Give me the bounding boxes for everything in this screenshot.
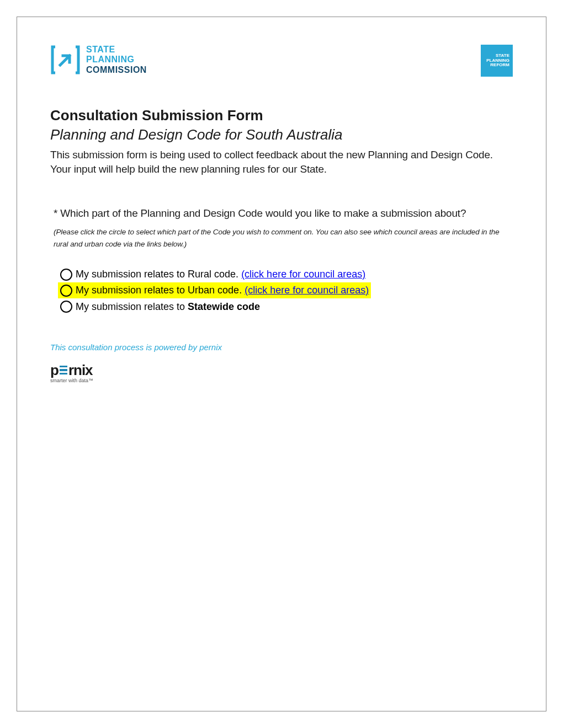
- question-block: * Which part of the Planning and Design …: [50, 206, 513, 250]
- question-hint: (Please click the circle to select which…: [54, 226, 513, 250]
- spc-logo-line2: PLANNING: [86, 55, 147, 65]
- header-logos: STATE PLANNING COMMISSION STATE PLANNING…: [50, 45, 513, 77]
- page-title: Consultation Submission Form: [50, 107, 513, 124]
- page-subtitle: Planning and Design Code for South Austr…: [50, 126, 513, 143]
- option-urban[interactable]: My submission relates to Urban code. (cl…: [58, 282, 371, 298]
- urban-council-areas-link[interactable]: (click here for council areas): [245, 283, 369, 298]
- radio-icon[interactable]: [60, 269, 72, 281]
- pernix-e-icon: [60, 366, 67, 375]
- state-planning-commission-logo: STATE PLANNING COMMISSION: [50, 45, 147, 75]
- option-rural[interactable]: My submission relates to Rural code. (cl…: [58, 266, 513, 282]
- spc-arrow-icon: [50, 45, 81, 75]
- radio-icon[interactable]: [60, 285, 72, 297]
- option-label: My submission relates to Rural code.: [76, 267, 241, 282]
- spc-logo-line1: STATE: [86, 45, 147, 55]
- document-page: STATE PLANNING COMMISSION STATE PLANNING…: [17, 17, 546, 711]
- state-planning-reform-badge: STATE PLANNING REFORM: [481, 45, 513, 77]
- pernix-logo: prnix smarter with data™: [50, 362, 513, 383]
- reform-line3: REFORM: [490, 63, 509, 68]
- spc-logo-line3: COMMISSION: [86, 65, 147, 75]
- rural-council-areas-link[interactable]: (click here for council areas): [241, 267, 365, 282]
- option-label-bold: Statewide code: [188, 299, 260, 314]
- option-statewide[interactable]: My submission relates to Statewide code: [58, 299, 513, 315]
- pernix-wordmark: prnix: [50, 362, 513, 379]
- radio-options: My submission relates to Rural code. (cl…: [50, 266, 513, 315]
- svg-rect-1: [55, 45, 76, 50]
- radio-icon[interactable]: [60, 301, 72, 313]
- option-label: My submission relates to: [76, 299, 188, 314]
- svg-rect-2: [55, 70, 76, 75]
- footer-note: This consultation process is powered by …: [50, 342, 513, 352]
- pernix-tagline: smarter with data™: [50, 378, 513, 383]
- intro-paragraph: This submission form is being used to co…: [50, 148, 513, 176]
- option-label: My submission relates to Urban code.: [76, 283, 245, 298]
- question-text: * Which part of the Planning and Design …: [54, 206, 513, 221]
